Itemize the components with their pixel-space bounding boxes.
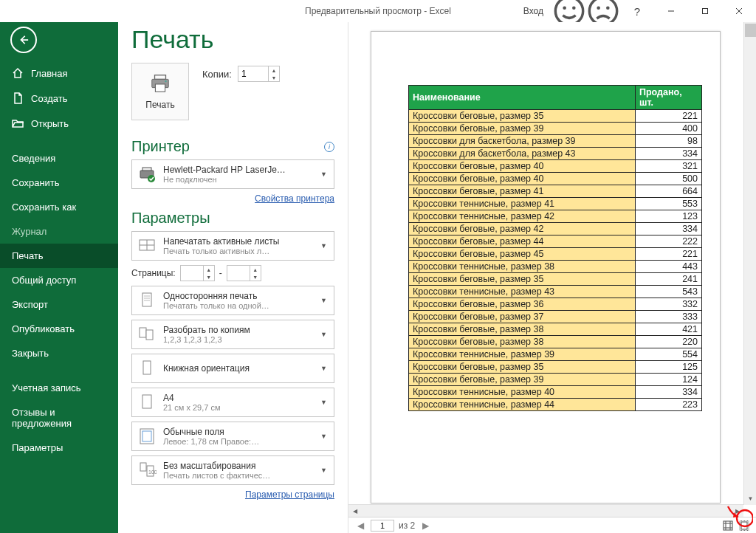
prev-page-button[interactable]: ◀	[354, 520, 366, 531]
chevron-down-icon: ▼	[320, 433, 329, 440]
sidebar-label: Общий доступ	[12, 275, 76, 286]
svg-point-1	[563, 6, 566, 10]
svg-rect-26	[143, 361, 151, 374]
scroll-thumb[interactable]	[745, 24, 756, 37]
printer-section-title: Принтер	[131, 138, 190, 155]
orientation-selector[interactable]: Книжная ориентация ▼	[131, 354, 334, 383]
table-row: Кроссовки беговые, размер 42334	[409, 223, 702, 235]
backstage-sidebar: Главная Создать Открыть Сведения Сохрани…	[0, 22, 118, 533]
printer-properties-link[interactable]: Свойства принтера	[131, 193, 334, 204]
table-row: Кроссовки для баскетбола, размер 43334	[409, 148, 702, 160]
face-sad-icon[interactable]	[586, 0, 620, 22]
sidebar-options[interactable]: Параметры	[0, 436, 118, 460]
copies-label: Копии:	[202, 69, 232, 80]
page-from-spinner[interactable]: ▲▼	[180, 265, 215, 281]
table-row: Кроссовки беговые, размер 35125	[409, 361, 702, 374]
vertical-scrollbar[interactable]: ▲ ▼	[743, 22, 756, 505]
sidebar-label: Сведения	[12, 153, 55, 164]
info-icon[interactable]: i	[324, 142, 334, 152]
next-page-button[interactable]: ▶	[419, 520, 431, 531]
sidebar-label: Главная	[31, 68, 67, 79]
chevron-down-icon: ▼	[320, 399, 329, 406]
printer-status: Не подключен	[163, 175, 315, 184]
spinner-up[interactable]: ▲	[269, 66, 279, 74]
svg-rect-7	[703, 9, 708, 14]
svg-rect-12	[155, 84, 165, 92]
scroll-down[interactable]: ▼	[744, 492, 756, 505]
titlebar-actions: Вход ?	[515, 0, 756, 22]
horizontal-scrollbar[interactable]: ◀ ▶	[348, 504, 743, 517]
preview-footer: ◀ из 2 ▶	[348, 517, 756, 533]
svg-rect-25	[146, 330, 153, 340]
duplex-selector[interactable]: Односторонняя печатьПечатать только на о…	[131, 286, 334, 315]
sidebar-feedback[interactable]: Отзывы и предложения	[0, 400, 118, 436]
scroll-left[interactable]: ◀	[348, 505, 361, 517]
page-to-input[interactable]	[227, 266, 250, 280]
chevron-down-icon: ▼	[320, 242, 329, 250]
sidebar-close[interactable]: Закрыть	[0, 341, 118, 365]
table-row: Кроссовки теннисные, размер 38443	[409, 261, 702, 273]
sidebar-save[interactable]: Сохранить	[0, 171, 118, 195]
table-row: Кроссовки беговые, размер 35241	[409, 273, 702, 286]
sidebar-export[interactable]: Экспорт	[0, 292, 118, 317]
scaling-selector[interactable]: 100 Без масштабированияПечать листов с ф…	[131, 455, 334, 485]
sidebar-open[interactable]: Открыть	[0, 111, 118, 136]
table-row: Кроссовки теннисные, размер 42123	[409, 210, 702, 223]
print-settings-panel: Печать Печать Копии: ▲▼ Принтер i	[118, 22, 348, 533]
svg-point-3	[589, 0, 616, 25]
close-button[interactable]	[722, 0, 756, 22]
sidebar-new[interactable]: Создать	[0, 86, 118, 111]
table-row: Кроссовки беговые, размер 38220	[409, 336, 702, 348]
minimize-button[interactable]	[654, 0, 688, 22]
table-row: Кроссовки теннисные, размер 39554	[409, 348, 702, 361]
pages-label: Страницы:	[131, 268, 176, 278]
svg-point-16	[148, 175, 155, 182]
sidebar-info[interactable]: Сведения	[0, 146, 118, 171]
sidebar-label: Опубликовать	[12, 323, 75, 334]
page-setup-link[interactable]: Параметры страницы	[131, 489, 334, 500]
print-what-selector[interactable]: Напечатать активные листыПечать только а…	[131, 231, 334, 261]
current-page-input[interactable]	[371, 520, 394, 532]
chevron-down-icon: ▼	[320, 171, 329, 178]
spinner-down[interactable]: ▼	[269, 74, 279, 81]
table-row: Кроссовки беговые, размер 40321	[409, 160, 702, 173]
svg-rect-15	[142, 168, 151, 171]
sidebar-saveas[interactable]: Сохранить как	[0, 195, 118, 219]
collate-selector[interactable]: Разобрать по копиям1,2,3 1,2,3 1,2,3 ▼	[131, 320, 334, 349]
svg-point-13	[165, 80, 166, 82]
page-to-spinner[interactable]: ▲▼	[227, 265, 261, 281]
printer-selector[interactable]: Hewlett-Packard HP LaserJe…Не подключен …	[131, 159, 334, 189]
back-button[interactable]	[10, 27, 37, 53]
margins-selector[interactable]: Обычные поляЛевое: 1,78 см Правое:… ▼	[131, 422, 334, 451]
copies-input[interactable]	[238, 67, 268, 80]
sidebar-account[interactable]: Учетная запись	[0, 376, 118, 400]
svg-rect-27	[142, 395, 151, 408]
print-button-label: Печать	[145, 100, 174, 110]
face-smile-icon[interactable]	[552, 0, 586, 22]
table-row: Кроссовки беговые, размер 44222	[409, 235, 702, 248]
sidebar-label: Закрыть	[12, 348, 49, 359]
sidebar-history[interactable]: Журнал	[0, 219, 118, 244]
maximize-button[interactable]	[688, 0, 722, 22]
svg-rect-30	[140, 463, 146, 471]
paper-size-selector[interactable]: A421 см x 29,7 см ▼	[131, 388, 334, 417]
chevron-down-icon: ▼	[320, 331, 329, 338]
svg-rect-10	[155, 75, 166, 80]
help-icon[interactable]: ?	[620, 0, 654, 22]
collate-icon	[137, 324, 157, 345]
sidebar-publish[interactable]: Опубликовать	[0, 317, 118, 341]
svg-rect-24	[140, 328, 146, 337]
svg-text:100: 100	[148, 470, 157, 475]
titlebar: Предварительный просмотр - Excel Вход ?	[0, 0, 756, 22]
table-row: Кроссовки беговые, размер 36332	[409, 298, 702, 311]
sidebar-print[interactable]: Печать	[0, 244, 118, 268]
page-icon	[137, 392, 157, 413]
printer-icon	[149, 73, 171, 94]
sidebar-home[interactable]: Главная	[0, 61, 118, 86]
sidebar-label: Параметры	[12, 442, 63, 453]
copies-spinner[interactable]: ▲▼	[238, 66, 280, 82]
sidebar-share[interactable]: Общий доступ	[0, 268, 118, 292]
page-from-input[interactable]	[181, 266, 203, 280]
login-link[interactable]: Вход	[515, 0, 552, 22]
print-button[interactable]: Печать	[131, 63, 189, 120]
